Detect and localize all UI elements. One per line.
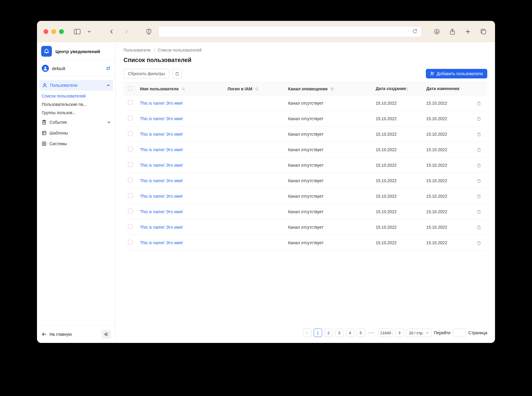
row-checkbox[interactable] [128, 240, 133, 245]
user-name-link[interactable]: This is name! Это имя! [140, 178, 183, 183]
delete-row-icon[interactable] [477, 163, 484, 167]
col-created[interactable]: Дата создания [373, 82, 423, 95]
sidebar-toggle-icon[interactable] [72, 27, 82, 37]
delete-filter-button[interactable] [172, 69, 182, 78]
cell-channel: Канал отсутствует [285, 157, 373, 173]
row-checkbox[interactable] [128, 100, 133, 105]
search-icon[interactable] [182, 87, 185, 91]
chevron-down-icon[interactable] [84, 27, 94, 37]
page-next[interactable] [395, 329, 404, 337]
share-icon[interactable] [447, 27, 457, 37]
page-title: Список пользователей [116, 54, 495, 69]
sort-icon[interactable] [406, 87, 409, 91]
page-word: Страница [468, 330, 487, 335]
cell-modified: 15.10.2022 [423, 235, 474, 250]
delete-row-icon[interactable] [477, 210, 484, 214]
reload-icon[interactable] [412, 29, 417, 34]
collapse-sidebar-icon[interactable] [102, 330, 111, 339]
user-name-link[interactable]: This is name! Это имя! [140, 132, 183, 137]
nav-forward-icon[interactable] [121, 27, 131, 37]
row-checkbox[interactable] [128, 147, 133, 151]
col-modified[interactable]: Дата изменения [423, 82, 474, 95]
user-name-link[interactable]: This is name! Это имя! [140, 101, 183, 106]
cell-login [225, 219, 285, 235]
row-checkbox[interactable] [128, 224, 133, 229]
app-title: Центр уведомлений [55, 49, 100, 54]
add-user-button[interactable]: Добавить пользователя [426, 69, 487, 78]
delete-row-icon[interactable] [477, 241, 484, 245]
delete-row-icon[interactable] [477, 179, 484, 183]
row-checkbox[interactable] [128, 193, 133, 198]
sidebar-footer: На главную [37, 325, 115, 343]
minimize-window[interactable] [51, 29, 56, 34]
user-switcher[interactable]: default [37, 61, 115, 76]
sidebar-item-events[interactable]: События [37, 117, 115, 128]
tabs-icon[interactable] [478, 27, 488, 37]
switch-user-icon[interactable] [106, 66, 111, 70]
row-checkbox[interactable] [128, 162, 133, 167]
cell-channel: Канал отсутствует [285, 142, 373, 157]
cell-login [225, 235, 285, 250]
arrow-left-icon [42, 332, 47, 336]
col-login[interactable]: Логин в IAM [225, 82, 285, 95]
sidebar-item-users[interactable]: Пользователи [39, 80, 113, 91]
search-icon[interactable] [255, 87, 259, 91]
delete-row-icon[interactable] [477, 101, 484, 105]
cell-channel: Канал отсутствует [285, 204, 373, 219]
page-4[interactable]: 4 [346, 329, 354, 337]
cell-created: 15.10.2022 [373, 173, 423, 188]
goto-input[interactable] [453, 329, 466, 337]
address-bar[interactable] [158, 26, 422, 37]
subnav-user-params[interactable]: Пользовательские па... [42, 100, 115, 109]
user-name-link[interactable]: This is name! Это имя! [140, 240, 183, 245]
reset-filters-button[interactable]: Сбросить фильтры [123, 69, 169, 78]
maximize-window[interactable] [59, 29, 64, 34]
delete-row-icon[interactable] [477, 194, 484, 198]
page-5[interactable]: 5 [357, 329, 365, 337]
user-name-link[interactable]: This is name! Это имя! [140, 225, 183, 230]
add-user-label: Добавить пользователя [437, 71, 483, 76]
sidebar-item-templates[interactable]: Шаблоны [37, 128, 115, 138]
col-name[interactable]: Имя пользователя [137, 82, 225, 95]
user-name-link[interactable]: This is name! Это имя! [140, 194, 183, 199]
download-icon[interactable] [432, 27, 442, 37]
page-size-select[interactable]: 10 / стр. [406, 329, 432, 337]
sort-icon[interactable] [456, 87, 459, 91]
delete-row-icon[interactable] [477, 148, 484, 152]
delete-row-icon[interactable] [477, 225, 484, 229]
home-link[interactable]: На главную [50, 332, 72, 337]
row-checkbox[interactable] [128, 131, 133, 136]
close-window[interactable] [44, 29, 48, 34]
row-checkbox[interactable] [128, 116, 133, 120]
sidebar-item-systems[interactable]: Системы [37, 138, 115, 149]
breadcrumb-a[interactable]: Пользователи [123, 48, 151, 52]
page-3[interactable]: 3 [335, 329, 344, 337]
col-channel[interactable]: Канал оповещения [285, 82, 373, 95]
page-2[interactable]: 2 [324, 329, 333, 337]
user-name-link[interactable]: This is name! Это имя! [140, 209, 183, 214]
delete-row-icon[interactable] [477, 132, 484, 136]
page-1[interactable]: 1 [314, 329, 322, 337]
table-row: This is name! Это имя!Канал отсутствует1… [123, 111, 487, 126]
svg-rect-59 [478, 211, 480, 214]
nav-back-icon[interactable] [107, 27, 117, 37]
page-last[interactable]: 21640 [378, 329, 393, 337]
new-tab-icon[interactable] [463, 27, 473, 37]
table-row: This is name! Это имя!Канал отсутствует1… [123, 157, 487, 173]
select-all-checkbox[interactable] [128, 86, 133, 91]
cell-modified: 15.10.2022 [423, 111, 474, 126]
filter-icon[interactable] [330, 87, 334, 91]
table-row: This is name! Это имя!Канал отсутствует1… [123, 173, 487, 188]
user-name-link[interactable]: This is name! Это имя! [140, 163, 183, 168]
page-prev[interactable] [303, 329, 311, 337]
row-checkbox[interactable] [128, 178, 133, 182]
row-checkbox[interactable] [128, 209, 133, 214]
delete-row-icon[interactable] [477, 117, 484, 121]
user-name-link[interactable]: This is name! Это имя! [140, 116, 183, 121]
subnav-user-groups[interactable]: Группы пользов... [42, 109, 115, 117]
table-row: This is name! Это имя!Канал отсутствует1… [123, 126, 487, 142]
shield-icon[interactable] [144, 27, 154, 37]
subnav-user-list[interactable]: Список пользователей [42, 92, 115, 100]
cell-modified: 15.10.2022 [423, 95, 474, 111]
user-name-link[interactable]: This is name! Это имя! [140, 147, 183, 152]
